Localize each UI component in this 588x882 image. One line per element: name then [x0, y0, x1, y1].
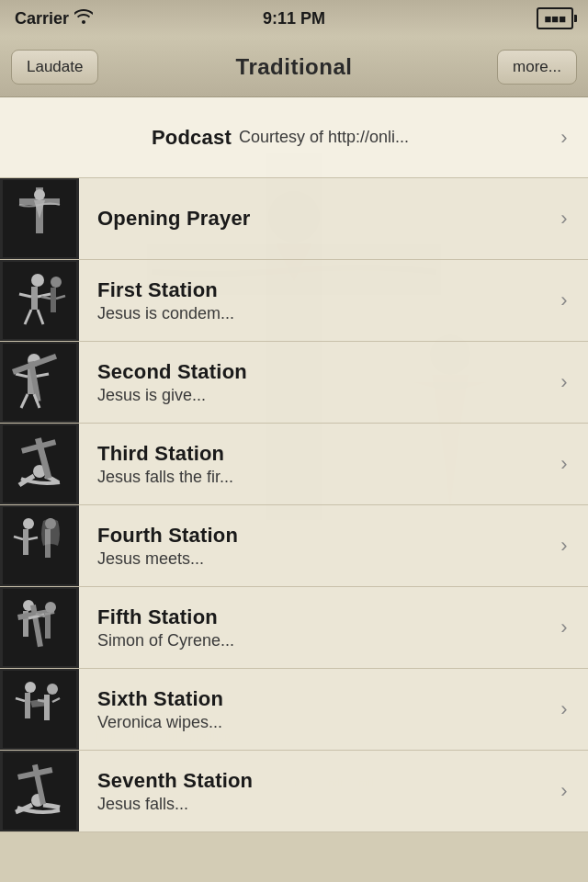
status-time: 9:11 PM	[263, 9, 325, 28]
nav-bar: Laudate Traditional more...	[0, 37, 588, 97]
item-subtitle: Jesus is give...	[97, 386, 538, 405]
carrier-info: Carrier	[15, 9, 93, 28]
thumbnail	[0, 669, 79, 750]
chevron-icon: ›	[553, 535, 575, 557]
chevron-icon: ›	[553, 616, 575, 639]
item-title: Opening Prayer	[97, 207, 538, 231]
first-station-content: First Station Jesus is condem...	[79, 267, 553, 334]
battery-indicator: ■■■	[537, 7, 573, 29]
thumbnail	[0, 751, 79, 831]
svg-point-13	[51, 277, 62, 288]
thumbnail	[0, 505, 79, 586]
svg-rect-18	[3, 425, 76, 503]
status-bar: Carrier 9:11 PM ■■■	[0, 0, 588, 37]
chevron-icon: ›	[553, 127, 575, 149]
item-title: Podcast	[152, 126, 232, 150]
item-subtitle: Jesus is condem...	[97, 304, 538, 323]
item-title: Third Station	[97, 442, 538, 466]
thumbnail	[0, 178, 79, 259]
fourth-station-content: Fourth Station Jesus meets...	[79, 513, 553, 580]
svg-point-12	[31, 274, 44, 287]
list-item[interactable]: Second Station Jesus is give... ›	[0, 342, 588, 424]
list-item[interactable]: Sixth Station Veronica wipes... ›	[0, 669, 588, 751]
item-title: First Station	[97, 278, 538, 302]
svg-rect-22	[3, 507, 76, 584]
carrier-label: Carrier	[15, 9, 69, 28]
third-station-content: Third Station Jesus falls the fir...	[79, 431, 553, 498]
item-subtitle: Jesus falls the fir...	[97, 468, 538, 487]
list-item[interactable]: Podcast Courtesy of http://onli... ›	[0, 97, 588, 178]
svg-point-10	[34, 189, 45, 200]
item-subtitle: Jesus meets...	[97, 549, 538, 569]
svg-rect-11	[3, 262, 76, 339]
chevron-icon: ›	[553, 698, 575, 720]
list-item[interactable]: Fourth Station Jesus meets... ›	[0, 505, 588, 587]
fifth-station-content: Fifth Station Simon of Cyrene...	[79, 594, 553, 662]
podcast-content: Podcast Courtesy of http://onli...	[0, 115, 553, 161]
item-title: Fourth Station	[97, 524, 538, 548]
list-item[interactable]: Seventh Station Jesus falls... ›	[0, 751, 588, 832]
nav-title: Traditional	[236, 54, 353, 80]
list-item[interactable]: Opening Prayer ›	[0, 178, 588, 260]
chevron-icon: ›	[553, 453, 575, 475]
svg-point-23	[23, 518, 34, 529]
list-container: Podcast Courtesy of http://onli... › Ope…	[0, 97, 588, 882]
wifi-icon	[74, 9, 93, 28]
list-item[interactable]: First Station Jesus is condem... ›	[0, 260, 588, 342]
list-item[interactable]: Fifth Station Simon of Cyrene... ›	[0, 587, 588, 669]
more-button[interactable]: more...	[497, 50, 577, 85]
opening-prayer-content: Opening Prayer	[79, 196, 553, 242]
item-subtitle: Simon of Cyrene...	[97, 631, 538, 650]
item-subtitle: Jesus falls...	[97, 795, 538, 814]
seventh-station-content: Seventh Station Jesus falls...	[79, 758, 553, 825]
back-button[interactable]: Laudate	[11, 50, 98, 85]
list-item[interactable]: Third Station Jesus falls the fir... ›	[0, 424, 588, 505]
thumbnail	[0, 424, 79, 504]
item-title: Seventh Station	[97, 769, 538, 793]
item-title: Fifth Station	[97, 605, 538, 629]
item-title: Sixth Station	[97, 687, 538, 711]
chevron-icon: ›	[553, 371, 575, 393]
thumbnail	[0, 342, 79, 423]
sixth-station-content: Sixth Station Veronica wipes...	[79, 676, 553, 743]
chevron-icon: ›	[553, 780, 575, 802]
item-subtitle: Veronica wipes...	[97, 713, 538, 732]
svg-point-29	[45, 602, 56, 613]
svg-point-31	[25, 682, 36, 693]
thumbnail	[0, 587, 79, 668]
chevron-icon: ›	[553, 208, 575, 230]
svg-point-32	[47, 684, 58, 695]
second-station-content: Second Station Jesus is give...	[79, 349, 553, 416]
item-subtitle: Courtesy of http://onli...	[239, 128, 409, 147]
item-title: Second Station	[97, 360, 538, 384]
svg-rect-14	[3, 344, 76, 421]
chevron-icon: ›	[553, 289, 575, 311]
thumbnail	[0, 260, 79, 341]
svg-rect-30	[3, 671, 76, 748]
